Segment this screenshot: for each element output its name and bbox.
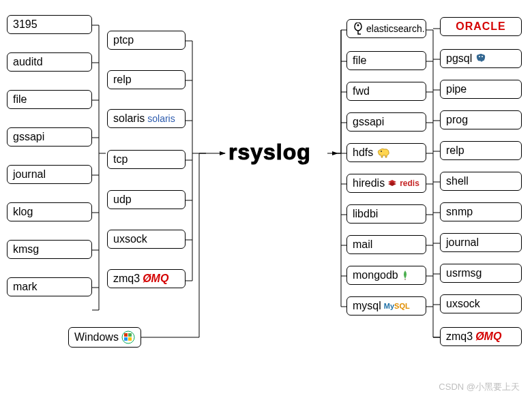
- svg-point-7: [381, 151, 382, 152]
- output-libdbi: libdbi: [346, 204, 426, 224]
- input-uxsock: uxsock: [107, 230, 186, 249]
- label: relp: [446, 144, 464, 157]
- label: fwd: [353, 85, 370, 97]
- output-fwd: fwd: [346, 82, 426, 101]
- label: libdbi: [353, 208, 378, 220]
- label: uxsock: [446, 298, 480, 310]
- output-file: file: [346, 51, 426, 70]
- label: klog: [13, 206, 33, 218]
- output-usrmsg: usrmsg: [440, 264, 522, 283]
- label: gssapi: [13, 131, 44, 143]
- label: zmq3: [446, 330, 473, 343]
- output-relp: relp: [440, 141, 522, 160]
- input-3195: 3195: [7, 15, 92, 34]
- input-file: file: [7, 90, 92, 109]
- label: elasticsearch.: [366, 23, 425, 34]
- label: mongodb: [353, 269, 398, 281]
- svg-point-6: [357, 25, 359, 27]
- label: journal: [446, 236, 479, 249]
- output-pgsql: pgsql: [440, 49, 522, 68]
- output-mongodb: mongodb: [346, 266, 426, 285]
- output-mail: mail: [346, 235, 426, 254]
- label: prog: [446, 114, 468, 126]
- label: shell: [446, 175, 469, 187]
- elasticsearch-icon: [353, 22, 364, 35]
- label: mark: [13, 281, 38, 293]
- output-journal: journal: [440, 233, 522, 252]
- label: udp: [113, 194, 132, 206]
- label: auditd: [13, 56, 43, 68]
- svg-rect-2: [128, 333, 132, 337]
- oracle-logo-icon: ORACLE: [456, 20, 506, 33]
- label: mail: [353, 239, 372, 251]
- input-solaris: solaris solaris: [107, 109, 186, 128]
- hadoop-elephant-icon: [376, 147, 392, 159]
- label: usrmsg: [446, 267, 482, 279]
- output-prog: prog: [440, 110, 522, 129]
- output-hiredis: hiredis redis: [346, 174, 426, 193]
- input-gssapi: gssapi: [7, 127, 92, 147]
- label: journal: [13, 168, 46, 181]
- output-hdfs: hdfs: [346, 143, 426, 162]
- label: Windows: [74, 331, 119, 343]
- label: tcp: [113, 153, 128, 166]
- label: 3195: [13, 18, 38, 31]
- redis-text: redis: [400, 179, 419, 188]
- zeromq-logo-icon: ØMQ: [143, 273, 168, 285]
- output-pipe: pipe: [440, 80, 522, 99]
- svg-rect-4: [128, 337, 132, 341]
- label: zmq3: [113, 273, 140, 285]
- label: file: [353, 55, 366, 67]
- input-relp: relp: [107, 70, 186, 89]
- label: pipe: [446, 83, 467, 95]
- input-kmsg: kmsg: [7, 240, 92, 259]
- input-auditd: auditd: [7, 52, 92, 72]
- svg-point-5: [355, 22, 361, 31]
- output-snmp: snmp: [440, 202, 522, 221]
- input-journal: journal: [7, 165, 92, 184]
- svg-rect-3: [124, 337, 128, 341]
- label: snmp: [446, 206, 473, 218]
- center-rsyslog: rsyslog: [228, 140, 311, 165]
- output-mysql: mysql MySQL: [346, 296, 426, 316]
- label: mysql: [353, 300, 381, 312]
- output-uxsock: uxsock: [440, 294, 522, 313]
- output-zmq3: zmq3 ØMQ: [440, 327, 522, 346]
- label: hiredis: [353, 177, 385, 189]
- input-mark: mark: [7, 277, 92, 296]
- label: kmsg: [13, 243, 39, 256]
- svg-point-10: [482, 56, 483, 57]
- input-tcp: tcp: [107, 150, 186, 169]
- label: relp: [113, 74, 132, 86]
- input-udp: udp: [107, 190, 186, 209]
- svg-rect-1: [124, 333, 128, 337]
- zeromq-logo-icon: ØMQ: [475, 330, 501, 343]
- input-windows: Windows: [68, 327, 141, 348]
- output-oracle: ORACLE: [440, 17, 522, 36]
- label: hdfs: [353, 147, 373, 159]
- windows-logo-icon: [121, 330, 135, 344]
- watermark: CSDN @小黑要上天: [439, 381, 520, 393]
- output-elasticsearch: elasticsearch.: [346, 19, 426, 38]
- input-ptcp: ptcp: [107, 31, 186, 50]
- label: file: [13, 93, 27, 106]
- svg-point-9: [479, 56, 480, 57]
- label: pgsql: [446, 52, 472, 65]
- mongodb-leaf-icon: [401, 270, 409, 281]
- postgresql-elephant-icon: [475, 52, 487, 65]
- label: solaris: [113, 112, 145, 125]
- label: ptcp: [113, 34, 134, 46]
- output-shell: shell: [440, 172, 522, 191]
- solaris-logo-icon: solaris: [147, 113, 175, 124]
- redis-logo-icon: [387, 179, 397, 188]
- label: uxsock: [113, 233, 147, 245]
- input-klog: klog: [7, 202, 92, 221]
- input-zmq3: zmq3 ØMQ: [107, 269, 186, 288]
- mysql-logo-icon: MySQL: [384, 302, 410, 310]
- output-gssapi: gssapi: [346, 112, 426, 132]
- label: gssapi: [353, 116, 384, 128]
